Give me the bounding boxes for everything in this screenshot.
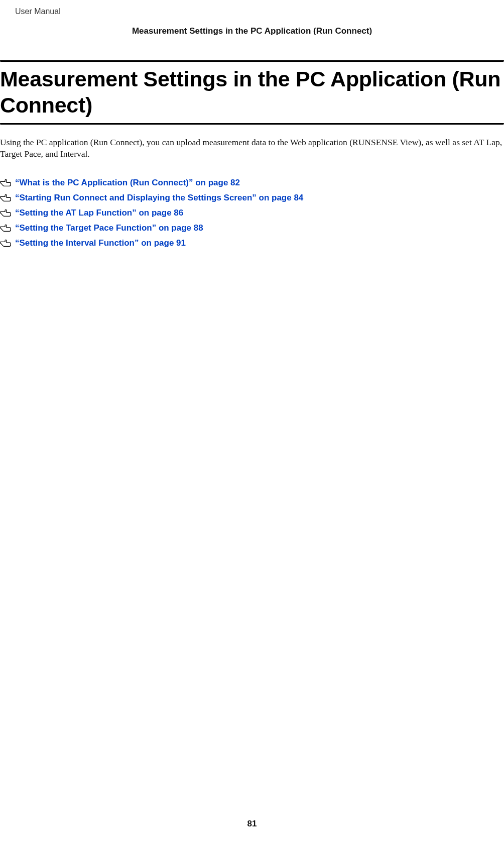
cross-reference-link[interactable]: “Setting the AT Lap Function” on page 86 — [15, 207, 183, 219]
hand-point-icon — [0, 178, 11, 187]
cross-reference-item: “Setting the Interval Function” on page … — [0, 238, 504, 249]
cross-reference-link[interactable]: “Starting Run Connect and Displaying the… — [15, 192, 303, 204]
body-area: Using the PC application (Run Connect), … — [0, 128, 504, 252]
page-number: 81 — [0, 819, 504, 829]
hand-point-icon — [0, 224, 11, 233]
page: User Manual Measurement Settings in the … — [0, 0, 504, 842]
cross-reference-link[interactable]: “Setting the Interval Function” on page … — [15, 238, 186, 249]
cross-reference-item: “Setting the AT Lap Function” on page 86 — [0, 207, 504, 219]
hand-point-icon — [0, 193, 11, 202]
cross-reference-item: “Setting the Target Pace Function” on pa… — [0, 223, 504, 234]
hand-point-icon — [0, 208, 11, 218]
running-header: Measurement Settings in the PC Applicati… — [0, 26, 504, 36]
cross-reference-item: “Starting Run Connect and Displaying the… — [0, 192, 504, 204]
document-label: User Manual — [15, 7, 61, 16]
hand-point-icon — [0, 239, 11, 248]
cross-reference-link[interactable]: “Setting the Target Pace Function” on pa… — [15, 223, 203, 234]
cross-reference-link[interactable]: “What is the PC Application (Run Connect… — [15, 177, 240, 189]
cross-reference-list: “What is the PC Application (Run Connect… — [0, 177, 504, 249]
page-title: Measurement Settings in the PC Applicati… — [0, 62, 504, 123]
title-block: Measurement Settings in the PC Applicati… — [0, 60, 504, 125]
cross-reference-item: “What is the PC Application (Run Connect… — [0, 177, 504, 189]
intro-paragraph: Using the PC application (Run Connect), … — [0, 137, 504, 160]
title-rule-bottom — [0, 123, 504, 125]
